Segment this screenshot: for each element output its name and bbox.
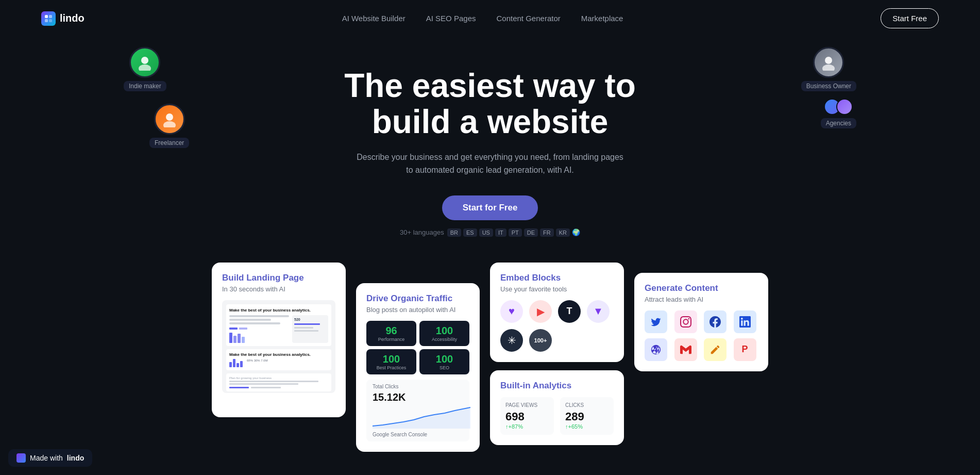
social-twitter xyxy=(645,310,667,333)
embed-icons-row: ♥ ▶ T ▼ ✳ 100+ xyxy=(500,300,614,352)
score-row: 96 Performance 100 Accessibility 100 Bes… xyxy=(366,321,469,374)
analytics-clicks: CLICKS 289 ↑+65% xyxy=(560,397,614,435)
nav-content-gen[interactable]: Content Generator xyxy=(496,14,560,23)
svg-rect-1 xyxy=(49,15,52,18)
avatar-indie-label: Indie maker xyxy=(124,81,166,91)
google-search-console-box: Total Clicks 15.12K Google Search Consol… xyxy=(366,380,469,441)
pageviews-change: ↑+87% xyxy=(505,423,549,430)
clicks-label: CLICKS xyxy=(565,402,609,408)
pageviews-value: 698 xyxy=(505,410,549,423)
lang-es: ES xyxy=(463,228,477,237)
logo[interactable]: lindo xyxy=(41,11,85,26)
card-embed: Embed Blocks Use your favorite tools ♥ ▶… xyxy=(490,263,624,362)
total-clicks-label: Total Clicks xyxy=(373,384,463,389)
svg-point-4 xyxy=(141,57,148,64)
social-google-ads xyxy=(704,338,726,361)
lang-pt: PT xyxy=(509,228,522,237)
embed-icon-star: ✳ xyxy=(500,329,523,352)
footer-badge[interactable]: Made with lindo xyxy=(8,449,92,467)
nav-marketplace[interactable]: Marketplace xyxy=(581,14,623,23)
lang-fr: FR xyxy=(540,228,554,237)
analytics-metrics-row: PAGE VIEWS 698 ↑+87% CLICKS 289 ↑+65% xyxy=(500,397,614,435)
social-instagram xyxy=(674,310,697,333)
score-performance: 96 Performance xyxy=(366,321,416,346)
card-build: Build Landing Page In 30 seconds with AI… xyxy=(212,263,346,417)
card-generate-subtitle: Attract leads with AI xyxy=(645,296,758,303)
card-build-subtitle: In 30 seconds with AI xyxy=(222,285,335,293)
card-embed-subtitle: Use your favorite tools xyxy=(500,285,614,293)
svg-rect-3 xyxy=(49,19,52,22)
card-build-title: Build Landing Page xyxy=(222,273,335,283)
logo-label: lindo xyxy=(60,12,85,24)
card-generate-title: Generate Content xyxy=(645,283,758,293)
score-perf-num: 96 xyxy=(371,325,411,337)
score-acc-num: 100 xyxy=(425,325,464,337)
score-seo-label: SEO xyxy=(425,365,464,370)
card-analytics-title: Built-in Analytics xyxy=(500,381,614,391)
lang-kr: KR xyxy=(556,228,570,237)
logo-icon xyxy=(41,11,56,26)
hero-title: The easiest way to build a website xyxy=(310,68,670,140)
footer-made-with: Made with xyxy=(30,454,63,462)
score-acc-label: Accessibility xyxy=(425,337,464,342)
footer-logo-icon xyxy=(16,453,26,463)
clicks-value: 289 xyxy=(565,410,609,423)
svg-point-6 xyxy=(166,113,173,121)
avatar-freelancer-label: Freelancer xyxy=(149,138,189,148)
embed-icon-youtube: ▶ xyxy=(529,300,552,323)
avatar-agencies: Agencies xyxy=(821,99,856,128)
card-analytics: Built-in Analytics PAGE VIEWS 698 ↑+87% … xyxy=(490,370,624,445)
analytics-pageviews: PAGE VIEWS 698 ↑+87% xyxy=(500,397,554,435)
svg-rect-2 xyxy=(45,19,48,22)
cards-section: Build Landing Page In 30 seconds with AI… xyxy=(0,237,980,472)
avatar-indie: Indie maker xyxy=(124,47,166,91)
languages-row: 30+ languages BR ES US IT PT DE FR KR 🌍 xyxy=(400,228,580,237)
total-clicks-value: 15.12K xyxy=(373,391,463,403)
card-drive-subtitle: Blog posts on autopilot with AI xyxy=(366,306,469,314)
social-producthunt: P xyxy=(734,338,756,361)
embed-icon-more: 100+ xyxy=(529,329,552,352)
lang-us: US xyxy=(479,228,493,237)
social-gmail xyxy=(674,338,697,361)
avatar-agencies-label: Agencies xyxy=(821,118,856,128)
card-drive-title: Drive Organic Traffic xyxy=(366,293,469,304)
clicks-change: ↑+65% xyxy=(565,423,609,430)
hero-section: Indie maker Freelancer Business Owner Ag… xyxy=(0,37,980,237)
line-chart xyxy=(373,405,470,429)
svg-rect-0 xyxy=(45,15,48,18)
nav-ai-website[interactable]: AI Website Builder xyxy=(342,14,405,23)
social-facebook xyxy=(704,310,726,333)
score-best-practices: 100 Best Practices xyxy=(366,349,416,374)
globe-emoji: 🌍 xyxy=(572,228,580,237)
social-grid: P xyxy=(645,310,758,361)
embed-icon-t: T xyxy=(558,300,581,323)
svg-point-8 xyxy=(825,57,832,64)
card-build-preview: Make the best of your business analytics… xyxy=(222,300,335,393)
hero-cta-button[interactable]: Start for Free xyxy=(442,195,538,220)
navbar: lindo AI Website Builder AI SEO Pages Co… xyxy=(0,0,980,37)
score-perf-label: Performance xyxy=(371,337,411,342)
pageviews-label: PAGE VIEWS xyxy=(505,402,549,408)
card-generate: Generate Content Attract leads with AI xyxy=(634,273,768,371)
avatar-freelancer: Freelancer xyxy=(149,104,189,148)
language-badges: BR ES US IT PT DE FR KR 🌍 xyxy=(447,228,580,237)
svg-point-5 xyxy=(139,64,151,71)
score-bp-label: Best Practices xyxy=(371,365,411,370)
score-accessibility: 100 Accessibility xyxy=(419,321,469,346)
score-seo-num: 100 xyxy=(425,353,464,365)
nav-links: AI Website Builder AI SEO Pages Content … xyxy=(342,14,623,23)
nav-ai-seo[interactable]: AI SEO Pages xyxy=(426,14,476,23)
score-bp-num: 100 xyxy=(371,353,411,365)
lang-it: IT xyxy=(495,228,506,237)
right-column: Embed Blocks Use your favorite tools ♥ ▶… xyxy=(490,263,624,445)
lang-de: DE xyxy=(524,228,538,237)
card-embed-title: Embed Blocks xyxy=(500,273,614,283)
languages-prefix: 30+ languages xyxy=(400,228,444,236)
social-linkedin xyxy=(734,310,756,333)
svg-marker-10 xyxy=(373,407,470,429)
google-label: Google Search Console xyxy=(373,432,463,437)
social-wordpress xyxy=(645,338,667,361)
embed-icon-vite: ▼ xyxy=(587,300,610,323)
svg-point-9 xyxy=(822,64,835,71)
start-free-button[interactable]: Start Free xyxy=(881,8,939,28)
